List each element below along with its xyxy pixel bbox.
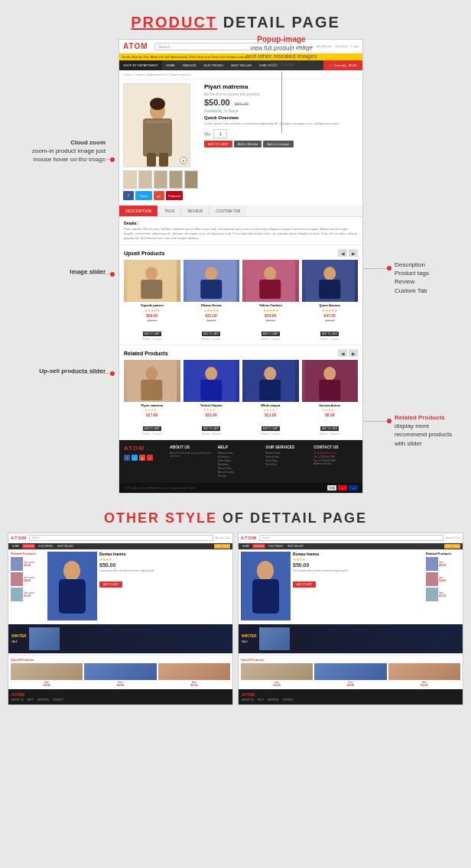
- promo-img-2: [259, 627, 290, 650]
- thumb-5[interactable]: [184, 170, 198, 189]
- other-info-1: Dumas Inenna ★★★★☆ $50.00 Lorem ipsum do…: [99, 552, 230, 620]
- other-nav-stay-1[interactable]: STAY PRICE: [214, 544, 230, 549]
- upsell-price-3: $34.00: [242, 313, 299, 318]
- upsell-oldprice-4: $65.00: [302, 319, 359, 322]
- other-styles-title-section: OTHER STYLE OF DETTAIL PAGE: [0, 501, 471, 533]
- other-nav-fashion-2[interactable]: FASHION: [252, 544, 265, 549]
- footer-gp-icon[interactable]: g: [139, 455, 145, 461]
- related-card-2: Turkish Hojarts ★★★★☆ $21.00 ADD TO CART…: [184, 360, 240, 436]
- other-nav-elec-2[interactable]: ELECTRONIC: [267, 544, 284, 549]
- page-title-section: PRODUCT DETAIL PAGE: [0, 0, 471, 39]
- other-footer-links-2: ABOUT US HELP SERVICES CONTACT: [242, 698, 460, 701]
- related-title: Related Products: [124, 351, 168, 356]
- product-main-svg: [124, 84, 190, 167]
- other-add-btn-1[interactable]: ADD TO CART: [99, 581, 122, 588]
- tab-tags[interactable]: TAGS: [158, 206, 181, 216]
- other-nav-elec-1[interactable]: ELECTRONIC: [37, 544, 54, 549]
- fb-share[interactable]: f: [123, 191, 134, 200]
- related-prev-arrow[interactable]: ◀: [338, 349, 347, 357]
- other-nav-best-1[interactable]: BEST SELLER: [57, 544, 75, 549]
- other-nav-fashion-1[interactable]: FASHION: [22, 544, 35, 549]
- tab-custom[interactable]: CUSTOM TAB: [210, 206, 246, 216]
- nav-fashion[interactable]: FASHION: [179, 60, 200, 70]
- qty-input[interactable]: 1: [213, 129, 227, 138]
- footer-services-link-2[interactable]: Sizes & Gifts: [266, 455, 310, 458]
- footer-help-link-3[interactable]: Order Status: [218, 459, 262, 462]
- footer-help-link-2[interactable]: Introduction: [218, 455, 262, 458]
- nav-home[interactable]: HOME: [162, 60, 179, 70]
- mock-main-image: +: [123, 83, 190, 167]
- footer-tw-icon[interactable]: t: [132, 455, 138, 461]
- other-left-sidebar-1: Related Products Item name$19.99 Item na…: [11, 552, 45, 620]
- upsell-btn-4[interactable]: ADD TO CART: [320, 332, 339, 336]
- mock-top-bar: ATOM Search... My Account My Wishlist Ch…: [119, 40, 362, 53]
- gp-share[interactable]: g+: [154, 191, 164, 200]
- thumb-1[interactable]: [123, 170, 137, 189]
- footer-services-link-1[interactable]: Product Guide: [266, 452, 310, 455]
- related-img-4: [302, 360, 359, 402]
- add-to-cart-btn[interactable]: ADD TO CART: [204, 141, 232, 147]
- thumb-4[interactable]: [169, 170, 183, 189]
- nav-cart[interactable]: 🛒 0 item(s) - $0.00: [323, 60, 362, 70]
- related-card-3: White staqua ★★★★☆ $21.00 ADD TO CART Wi…: [242, 360, 299, 436]
- related-btn-3[interactable]: ADD TO CART: [261, 426, 280, 431]
- promo-text-1: WINTERSALE: [11, 633, 27, 643]
- other-nav-stay-2[interactable]: STAY PRICE: [444, 544, 460, 549]
- pin-share[interactable]: Pinterest: [166, 191, 183, 200]
- tab-review[interactable]: REVIEW: [181, 206, 210, 216]
- upsell-img-3: [242, 260, 299, 302]
- nav-electronic[interactable]: ELECTRONIC: [200, 60, 228, 70]
- footer-col-about: ATOM f t g r: [124, 445, 166, 478]
- related-stars-3: ★★★★☆: [242, 408, 299, 412]
- footer-help-link-6[interactable]: About Company: [218, 471, 262, 474]
- related-btn-2[interactable]: ADD TO CART: [202, 426, 220, 431]
- footer-rs-icon[interactable]: r: [147, 455, 153, 461]
- related-btn-1[interactable]: ADD TO CART: [143, 426, 161, 431]
- other-product-title-1: Dumas Inenna: [99, 552, 230, 556]
- related-btn-4[interactable]: ADD TO CART: [320, 426, 339, 431]
- other-nav-home-2[interactable]: HOME: [241, 544, 251, 549]
- footer-col-about2: ABOUT US About the store and company des…: [170, 445, 214, 478]
- tw-share[interactable]: Tweet: [135, 191, 152, 200]
- add-to-compare-btn[interactable]: Add to Compare: [263, 141, 293, 147]
- add-to-wishlist-btn[interactable]: Add to Wishlist: [234, 141, 261, 147]
- related-name-1: Piyari matrema: [124, 403, 180, 407]
- upsell-stars-2: ★★★★★: [184, 308, 240, 313]
- footer-help-link-1[interactable]: Delivery Guide: [218, 452, 262, 455]
- other-upsell-row-1: Item $19.99 Item $24.99 Item $15.99: [11, 663, 230, 687]
- other-search-1: Search...: [29, 535, 213, 541]
- upsell-btn-1[interactable]: ADD TO CART: [143, 332, 161, 336]
- other-add-btn-2[interactable]: ADD TO CART: [293, 581, 316, 588]
- svg-point-14: [264, 267, 276, 280]
- upsell-btn-2[interactable]: ADD TO CART: [202, 332, 220, 336]
- other-promo-1: WINTERSALE: [8, 624, 232, 653]
- other-product-desc-2: Lorem ipsum dolor sit amet consectetur a…: [293, 569, 424, 572]
- other-nav-best-2[interactable]: BEST SELLER: [287, 544, 305, 549]
- upsell-line: [72, 373, 110, 374]
- tab-description[interactable]: DESCRIPTION: [119, 206, 158, 216]
- upsell-btn-3[interactable]: ADD TO CART: [261, 332, 280, 336]
- thumb-3[interactable]: [154, 170, 167, 189]
- footer-services-link-3[interactable]: View Policy: [266, 459, 310, 462]
- next-arrow[interactable]: ▶: [349, 249, 358, 257]
- nav-shop[interactable]: SHOP BY DEPARTMENT: [119, 60, 162, 70]
- other-header-2: ATOM Search... Account | Cart: [239, 533, 463, 543]
- popup-label: Popup-image view full product image and …: [243, 35, 320, 133]
- upsell-card-1: Capsule pattern ★★★★★ $69.00 $90.00 ADD …: [124, 260, 180, 341]
- upsell-price-4: $47.00: [302, 313, 359, 318]
- footer-help-link-5[interactable]: Return Policy: [218, 467, 262, 470]
- footer-services-link-4[interactable]: Size Chart: [266, 463, 310, 466]
- other-product-title-2: Dumas Inenna: [293, 552, 424, 556]
- upsell-oldprice-1: $90.00: [124, 319, 180, 322]
- footer-help-link-7[interactable]: Sitemap: [218, 474, 262, 478]
- footer-fb-icon[interactable]: f: [124, 455, 130, 461]
- mock-thumbs: [123, 170, 200, 189]
- related-links-1: WishlistCompare: [124, 432, 180, 436]
- footer-help-link-4[interactable]: Newsletter: [218, 463, 262, 466]
- other-top-links-2: Account | Cart: [446, 536, 460, 539]
- other-nav-home-1[interactable]: HOME: [11, 544, 21, 549]
- prev-arrow[interactable]: ◀: [338, 249, 347, 257]
- thumb-2[interactable]: [138, 170, 152, 189]
- related-next-arrow[interactable]: ▶: [349, 349, 358, 357]
- svg-rect-24: [200, 380, 222, 400]
